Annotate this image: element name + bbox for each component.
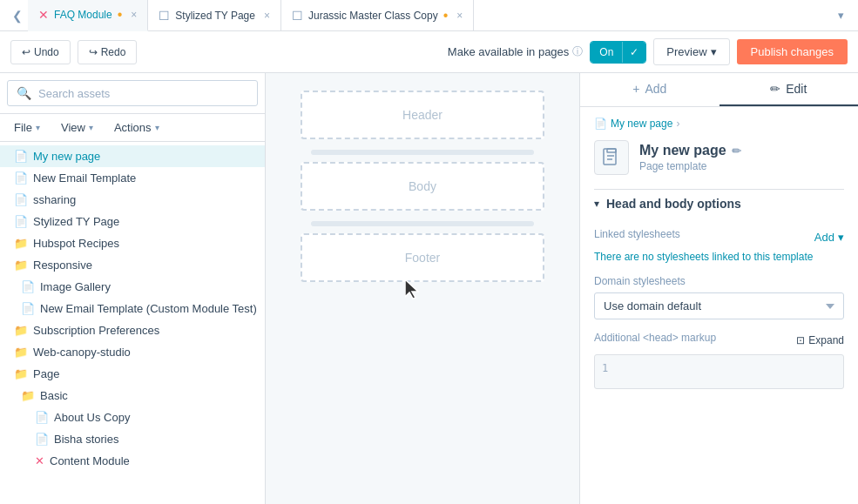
- actions-label: Actions: [114, 121, 152, 134]
- info-icon: ⓘ: [572, 44, 583, 59]
- section-header-head-body: ▾ Head and body options: [594, 189, 844, 218]
- sidebar-item-label: Hubspot Recipes: [33, 237, 119, 250]
- view-dropdown-icon: ▾: [89, 123, 93, 132]
- sidebar-tree: 📄 My new page 📄 New Email Template 📄 ssh…: [0, 142, 265, 504]
- tab-jurassic-label: Jurassic Master Class Copy: [308, 10, 438, 22]
- sidebar-item-new-email-template[interactable]: 📄 New Email Template: [0, 167, 265, 189]
- view-menu-button[interactable]: View ▾: [54, 118, 100, 138]
- undo-label: Undo: [34, 46, 59, 58]
- actions-menu-button[interactable]: Actions ▾: [107, 118, 166, 138]
- edit-icon: ✏: [770, 82, 780, 96]
- toggle-on-button[interactable]: On: [591, 42, 622, 63]
- page-header-info: My new page ✏ Page template: [639, 143, 844, 172]
- folder-icon: 📁: [14, 324, 28, 337]
- linked-stylesheets-section: Linked stylesheets Add ▾ There are no st…: [594, 228, 844, 263]
- sidebar-item-bisha[interactable]: 📄 Bisha stories: [0, 428, 265, 450]
- sidebar-item-label: Bisha stories: [54, 433, 118, 446]
- sidebar-actions-bar: File ▾ View ▾ Actions ▾: [0, 114, 265, 142]
- page-template-subtitle: Page template: [639, 160, 844, 172]
- template-line-2: [311, 221, 534, 226]
- tab-faq-close[interactable]: ×: [131, 9, 137, 21]
- page-icon: 📄: [21, 302, 35, 315]
- file-menu-button[interactable]: File ▾: [7, 118, 47, 138]
- footer-label: Footer: [302, 235, 543, 280]
- tab-add[interactable]: + Add: [580, 73, 720, 106]
- sidebar-item-label: My new page: [33, 150, 100, 163]
- tab-jurassic[interactable]: ☐ Jurassic Master Class Copy • ×: [281, 0, 474, 31]
- additional-markup-header: Additional <head> markup ⊡ Expand: [594, 332, 844, 349]
- sidebar-item-content-module[interactable]: ✕ Content Module: [0, 450, 265, 472]
- template-footer-section: Footer: [301, 233, 544, 282]
- page-header: My new page ✏ Page template: [594, 140, 844, 175]
- publish-button[interactable]: Publish changes: [737, 39, 848, 64]
- page-icon: 📄: [14, 193, 28, 206]
- tab-faq-module[interactable]: ✕ FAQ Module • ×: [28, 0, 148, 31]
- tab-stylized-ty[interactable]: ☐ Stylized TY Page ×: [148, 0, 281, 31]
- line-number: 1: [602, 362, 608, 374]
- redo-button[interactable]: ↪ Redo: [78, 40, 138, 64]
- redo-icon: ↪: [89, 46, 98, 58]
- panel-tabs: + Add ✏ Edit: [580, 73, 858, 107]
- sidebar-item-ssharing[interactable]: 📄 ssharing: [0, 189, 265, 211]
- section-toggle-icon[interactable]: ▾: [594, 198, 599, 210]
- tab-edit[interactable]: ✏ Edit: [720, 73, 859, 106]
- tab-bar: ❮ ✕ FAQ Module • × ☐ Stylized TY Page × …: [0, 0, 858, 31]
- sidebar-item-image-gallery[interactable]: 📄 Image Gallery: [0, 276, 265, 298]
- sidebar-item-label: New Email Template (Custom Module Test): [40, 302, 257, 315]
- preview-button[interactable]: Preview ▾: [653, 38, 729, 65]
- sidebar-item-about-us[interactable]: 📄 About Us Copy: [0, 407, 265, 428]
- sidebar-item-stylized-ty[interactable]: 📄 Stylized TY Page: [0, 211, 265, 232]
- folder-icon: 📁: [14, 237, 28, 250]
- main-layout: 🔍 File ▾ View ▾ Actions ▾ 📄 My new page: [0, 73, 858, 504]
- search-icon: 🔍: [17, 86, 31, 100]
- redo-label: Redo: [101, 46, 126, 58]
- sidebar-item-subscription[interactable]: 📁 Subscription Preferences: [0, 319, 265, 341]
- sidebar-item-web-canopy[interactable]: 📁 Web-canopy-studio: [0, 341, 265, 363]
- toggle-check-button[interactable]: ✓: [622, 42, 645, 63]
- tab-nav-back[interactable]: ❮: [7, 5, 28, 26]
- search-input[interactable]: [38, 87, 248, 100]
- sidebar-item-label: Stylized TY Page: [33, 215, 119, 228]
- tab-faq-label: FAQ Module: [54, 9, 112, 21]
- breadcrumb[interactable]: 📄 My new page ›: [594, 118, 844, 130]
- actions-dropdown-icon: ▾: [155, 123, 159, 132]
- template-header-section: Header: [301, 91, 544, 139]
- tab-stylized-close[interactable]: ×: [264, 10, 270, 22]
- sidebar-item-label: Image Gallery: [40, 280, 111, 293]
- header-label: Header: [302, 92, 543, 138]
- template-body-section: Body: [301, 162, 544, 211]
- add-stylesheet-button[interactable]: Add ▾: [814, 231, 844, 244]
- folder-icon: 📁: [14, 259, 28, 272]
- code-editor[interactable]: 1: [594, 354, 844, 389]
- tab-faq-dot: •: [118, 8, 123, 22]
- tab-jurassic-close[interactable]: ×: [456, 10, 463, 22]
- add-icon: +: [632, 82, 639, 96]
- sidebar-item-responsive[interactable]: 📁 Responsive: [0, 254, 265, 276]
- expand-button[interactable]: ⊡ Expand: [796, 334, 844, 346]
- folder-icon: 📁: [21, 389, 35, 402]
- search-input-wrap[interactable]: 🔍: [7, 80, 258, 106]
- undo-button[interactable]: ↩ Undo: [10, 40, 71, 64]
- toolbar: ↩ Undo ↪ Redo Make available in pages ⓘ …: [0, 31, 858, 73]
- sidebar-item-label: Basic: [40, 389, 68, 402]
- edit-page-icon[interactable]: ✏: [732, 144, 741, 158]
- sidebar-item-my-new-page[interactable]: 📄 My new page: [0, 145, 265, 167]
- preview-dropdown-icon: ▾: [711, 45, 717, 58]
- section-title: Head and body options: [606, 197, 741, 211]
- domain-stylesheet-select[interactable]: Use domain default: [594, 292, 844, 319]
- page-icon: 📄: [21, 280, 35, 293]
- x-icon: ✕: [38, 8, 49, 22]
- sidebar-item-label: New Email Template: [33, 171, 136, 185]
- canvas: Header Body Footer: [266, 73, 579, 504]
- sidebar-item-new-email-custom[interactable]: 📄 New Email Template (Custom Module Test…: [0, 298, 265, 319]
- tab-overflow[interactable]: ▾: [831, 5, 851, 25]
- page-icon: 📄: [35, 411, 49, 424]
- domain-stylesheets-section: Domain stylesheets Use domain default: [594, 275, 844, 319]
- sidebar-item-label: Content Module: [50, 454, 130, 467]
- sidebar-item-hubspot-recipes[interactable]: 📁 Hubspot Recipes: [0, 232, 265, 254]
- add-dropdown-icon: ▾: [838, 231, 844, 244]
- sidebar-item-basic[interactable]: 📁 Basic: [0, 385, 265, 407]
- sidebar-item-page[interactable]: 📁 Page: [0, 363, 265, 385]
- sidebar-item-label: Web-canopy-studio: [33, 346, 131, 359]
- page-icon: 📄: [14, 171, 28, 185]
